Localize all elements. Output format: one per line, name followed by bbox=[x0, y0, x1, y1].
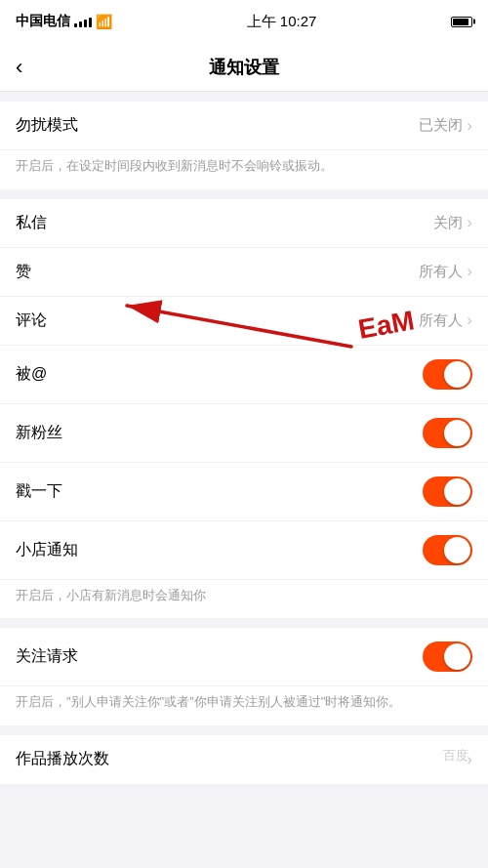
toggle-shake[interactable] bbox=[423, 476, 472, 507]
section-do-not-disturb: 勿扰模式 已关闭 › 开启后，在设定时间段内收到新消息时不会响铃或振动。 bbox=[0, 102, 488, 189]
chevron-icon: › bbox=[467, 116, 472, 136]
carrier-text: 中国电信 bbox=[16, 13, 70, 30]
row-private-message[interactable]: 私信 关闭 › bbox=[0, 199, 488, 248]
section-gap-3 bbox=[0, 725, 488, 735]
dnd-description-row: 开启后，在设定时间段内收到新消息时不会响铃或振动。 bbox=[0, 150, 488, 189]
section-follow: 关注请求 开启后，"别人申请关注你"或者"你申请关注别人被通过"时将通知你。 bbox=[0, 628, 488, 725]
toggle-follow-request[interactable] bbox=[423, 641, 472, 672]
toggle-new-fans[interactable] bbox=[423, 418, 472, 448]
row-shake[interactable]: 戳一下 bbox=[0, 463, 488, 521]
status-bar: 中国电信 📶 上午 10:27 bbox=[0, 0, 488, 43]
row-comments-value: 所有人 › bbox=[419, 310, 472, 330]
row-shake-label: 戳一下 bbox=[16, 481, 62, 502]
row-likes-label: 赞 bbox=[16, 262, 31, 282]
chevron-icon: › bbox=[467, 262, 472, 281]
row-comments-label: 评论 bbox=[16, 310, 47, 331]
shop-description-text: 开启后，小店有新消息时会通知你 bbox=[16, 588, 206, 602]
row-likes[interactable]: 赞 所有人 › bbox=[0, 248, 488, 297]
row-comments-status: 所有人 bbox=[419, 311, 463, 330]
row-dnd-value: 已关闭 › bbox=[419, 116, 472, 136]
toggle-knob bbox=[444, 478, 470, 505]
row-play-count-label: 作品播放次数 bbox=[16, 749, 109, 769]
page-title: 通知设置 bbox=[209, 56, 279, 79]
follow-description-row: 开启后，"别人申请关注你"或者"你申请关注别人被通过"时将通知你。 bbox=[0, 686, 488, 725]
row-follow-request-label: 关注请求 bbox=[16, 646, 78, 667]
section-gap-2 bbox=[0, 618, 488, 628]
row-dnd-status: 已关闭 bbox=[419, 116, 463, 135]
chevron-icon: › bbox=[467, 213, 472, 232]
chevron-icon: › bbox=[467, 310, 472, 330]
row-private-message-status: 关闭 bbox=[433, 214, 463, 232]
follow-description-text: 开启后，"别人申请关注你"或者"你申请关注别人被通过"时将通知你。 bbox=[16, 694, 401, 709]
toggle-shop-notice[interactable] bbox=[423, 535, 472, 565]
page-wrapper: 中国电信 📶 上午 10:27 ‹ 通知设置 勿扰模式 bbox=[0, 0, 488, 784]
row-follow-request[interactable]: 关注请求 bbox=[0, 628, 488, 686]
row-at-mention-label: 被@ bbox=[16, 364, 47, 385]
row-dnd-label: 勿扰模式 bbox=[16, 115, 78, 136]
toggle-at-mention[interactable] bbox=[423, 359, 472, 390]
row-at-mention[interactable]: 被@ bbox=[0, 346, 488, 404]
section-works: 作品播放次数 › bbox=[0, 735, 488, 784]
row-comments[interactable]: 评论 所有人 › bbox=[0, 297, 488, 346]
wifi-icon: 📶 bbox=[96, 14, 112, 29]
status-bar-time: 上午 10:27 bbox=[247, 13, 317, 31]
toggle-knob bbox=[444, 643, 470, 670]
nav-bar: ‹ 通知设置 bbox=[0, 43, 488, 92]
row-new-fans[interactable]: 新粉丝 bbox=[0, 404, 488, 463]
toggle-knob bbox=[444, 420, 470, 446]
row-shop-notice[interactable]: 小店通知 bbox=[0, 521, 488, 580]
toggle-knob bbox=[444, 537, 470, 563]
row-dnd[interactable]: 勿扰模式 已关闭 › bbox=[0, 102, 488, 150]
status-bar-left: 中国电信 📶 bbox=[16, 13, 112, 30]
content-area: 勿扰模式 已关闭 › 开启后，在设定时间段内收到新消息时不会响铃或振动。 私信 … bbox=[0, 92, 488, 784]
row-new-fans-label: 新粉丝 bbox=[16, 423, 62, 443]
row-likes-status: 所有人 bbox=[419, 263, 463, 281]
back-button[interactable]: ‹ bbox=[16, 55, 22, 80]
row-private-message-value: 关闭 › bbox=[433, 213, 472, 232]
shop-description-row: 开启后，小店有新消息时会通知你 bbox=[0, 580, 488, 619]
row-shop-notice-label: 小店通知 bbox=[16, 540, 78, 560]
row-private-message-label: 私信 bbox=[16, 213, 47, 233]
section-gap-1 bbox=[0, 189, 488, 199]
row-play-count[interactable]: 作品播放次数 › bbox=[0, 735, 488, 784]
toggle-knob bbox=[444, 361, 470, 388]
dnd-description-text: 开启后，在设定时间段内收到新消息时不会响铃或振动。 bbox=[16, 158, 333, 173]
status-bar-right bbox=[451, 17, 472, 27]
battery-icon bbox=[451, 17, 472, 27]
watermark: 百度 bbox=[443, 747, 468, 765]
signal-bars-icon bbox=[74, 16, 92, 27]
row-likes-value: 所有人 › bbox=[419, 262, 472, 281]
section-messages: 私信 关闭 › 赞 所有人 › 评论 所有人 › bbox=[0, 199, 488, 619]
